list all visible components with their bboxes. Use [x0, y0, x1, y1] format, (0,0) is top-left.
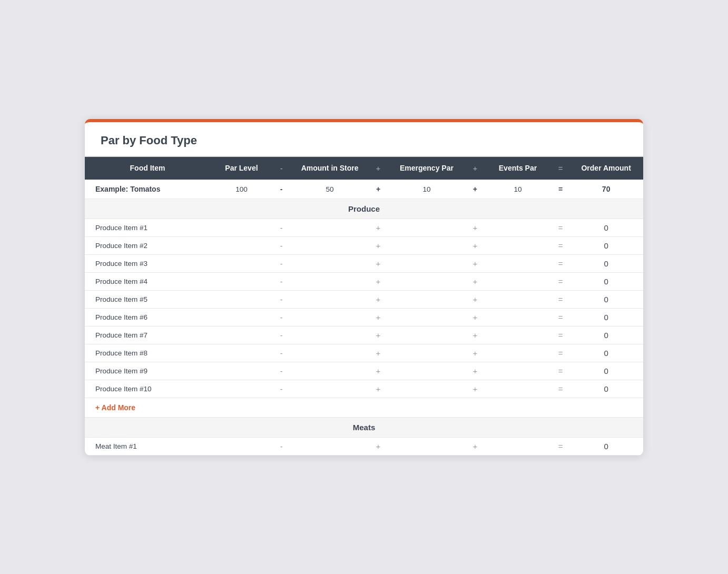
example-emergency-par[interactable]: [387, 180, 466, 199]
events-par-cell[interactable]: [484, 437, 552, 455]
emergency-par-input[interactable]: [391, 442, 462, 450]
amount-in-store-input[interactable]: [294, 313, 365, 321]
par-level-input[interactable]: [214, 313, 269, 321]
events-par-cell[interactable]: [484, 254, 552, 272]
emergency-par-cell[interactable]: [387, 437, 466, 455]
amount-in-store-cell[interactable]: [290, 219, 369, 236]
example-events-input[interactable]: [488, 185, 548, 193]
events-par-input[interactable]: [488, 313, 548, 321]
example-par-level-input[interactable]: [214, 185, 269, 193]
events-par-input[interactable]: [488, 385, 548, 393]
table-header-row: Food Item Par Level - Amount in Store + …: [85, 157, 643, 180]
events-par-input[interactable]: [488, 295, 548, 303]
par-level-cell[interactable]: [210, 219, 273, 236]
amount-in-store-input[interactable]: [294, 349, 365, 357]
amount-in-store-cell[interactable]: [290, 272, 369, 290]
events-par-input[interactable]: [488, 260, 548, 268]
par-level-cell[interactable]: [210, 362, 273, 380]
emergency-par-cell[interactable]: [387, 362, 466, 380]
events-par-input[interactable]: [488, 278, 548, 285]
events-par-input[interactable]: [488, 442, 548, 450]
example-emergency-input[interactable]: [391, 185, 462, 193]
events-par-input[interactable]: [488, 367, 548, 375]
events-par-input[interactable]: [488, 349, 548, 357]
emergency-par-cell[interactable]: [387, 326, 466, 344]
amount-in-store-input[interactable]: [294, 260, 365, 268]
par-level-input[interactable]: [214, 295, 269, 303]
emergency-par-input[interactable]: [391, 349, 462, 357]
par-level-cell[interactable]: [210, 254, 273, 272]
events-par-cell[interactable]: [484, 272, 552, 290]
par-level-input[interactable]: [214, 260, 269, 268]
events-par-cell[interactable]: [484, 362, 552, 380]
amount-in-store-input[interactable]: [294, 224, 365, 232]
amount-in-store-input[interactable]: [294, 331, 365, 339]
amount-in-store-cell[interactable]: [290, 380, 369, 398]
amount-in-store-input[interactable]: [294, 242, 365, 250]
emergency-par-input[interactable]: [391, 260, 462, 268]
emergency-par-cell[interactable]: [387, 254, 466, 272]
events-par-cell[interactable]: [484, 326, 552, 344]
par-level-input[interactable]: [214, 278, 269, 285]
events-par-cell[interactable]: [484, 236, 552, 254]
example-amount-input[interactable]: [294, 185, 365, 193]
emergency-par-cell[interactable]: [387, 272, 466, 290]
emergency-par-cell[interactable]: [387, 236, 466, 254]
events-par-input[interactable]: [488, 224, 548, 232]
amount-in-store-cell[interactable]: [290, 344, 369, 362]
par-level-cell[interactable]: [210, 272, 273, 290]
example-amount-in-store[interactable]: [290, 180, 369, 199]
emergency-par-cell[interactable]: [387, 219, 466, 236]
amount-in-store-cell[interactable]: [290, 290, 369, 308]
par-level-cell[interactable]: [210, 380, 273, 398]
amount-in-store-input[interactable]: [294, 278, 365, 285]
emergency-par-input[interactable]: [391, 385, 462, 393]
events-par-input[interactable]: [488, 331, 548, 339]
events-par-cell[interactable]: [484, 219, 552, 236]
emergency-par-input[interactable]: [391, 224, 462, 232]
amount-in-store-cell[interactable]: [290, 308, 369, 326]
food-item-name: Produce Item #7: [85, 326, 210, 344]
add-more-row[interactable]: + Add More: [85, 398, 643, 417]
emergency-par-input[interactable]: [391, 367, 462, 375]
emergency-par-cell[interactable]: [387, 308, 466, 326]
par-level-input[interactable]: [214, 442, 269, 450]
emergency-par-input[interactable]: [391, 242, 462, 250]
amount-in-store-input[interactable]: [294, 442, 365, 450]
par-level-input[interactable]: [214, 349, 269, 357]
par-level-cell[interactable]: [210, 290, 273, 308]
amount-in-store-cell[interactable]: [290, 362, 369, 380]
emergency-par-input[interactable]: [391, 295, 462, 303]
example-par-level[interactable]: [210, 180, 273, 199]
amount-in-store-input[interactable]: [294, 367, 365, 375]
events-par-cell[interactable]: [484, 380, 552, 398]
par-level-input[interactable]: [214, 242, 269, 250]
add-more-button[interactable]: + Add More: [85, 398, 643, 417]
emergency-par-cell[interactable]: [387, 380, 466, 398]
emergency-par-input[interactable]: [391, 331, 462, 339]
par-level-cell[interactable]: [210, 344, 273, 362]
par-level-cell[interactable]: [210, 437, 273, 455]
emergency-par-cell[interactable]: [387, 290, 466, 308]
par-level-input[interactable]: [214, 367, 269, 375]
par-level-cell[interactable]: [210, 326, 273, 344]
par-level-cell[interactable]: [210, 308, 273, 326]
emergency-par-cell[interactable]: [387, 344, 466, 362]
amount-in-store-cell[interactable]: [290, 326, 369, 344]
example-events-par[interactable]: [484, 180, 552, 199]
amount-in-store-input[interactable]: [294, 385, 365, 393]
par-level-input[interactable]: [214, 224, 269, 232]
par-level-input[interactable]: [214, 331, 269, 339]
amount-in-store-cell[interactable]: [290, 437, 369, 455]
par-level-cell[interactable]: [210, 236, 273, 254]
events-par-cell[interactable]: [484, 344, 552, 362]
events-par-cell[interactable]: [484, 290, 552, 308]
events-par-cell[interactable]: [484, 308, 552, 326]
amount-in-store-input[interactable]: [294, 295, 365, 303]
amount-in-store-cell[interactable]: [290, 236, 369, 254]
emergency-par-input[interactable]: [391, 313, 462, 321]
amount-in-store-cell[interactable]: [290, 254, 369, 272]
par-level-input[interactable]: [214, 385, 269, 393]
emergency-par-input[interactable]: [391, 278, 462, 285]
events-par-input[interactable]: [488, 242, 548, 250]
